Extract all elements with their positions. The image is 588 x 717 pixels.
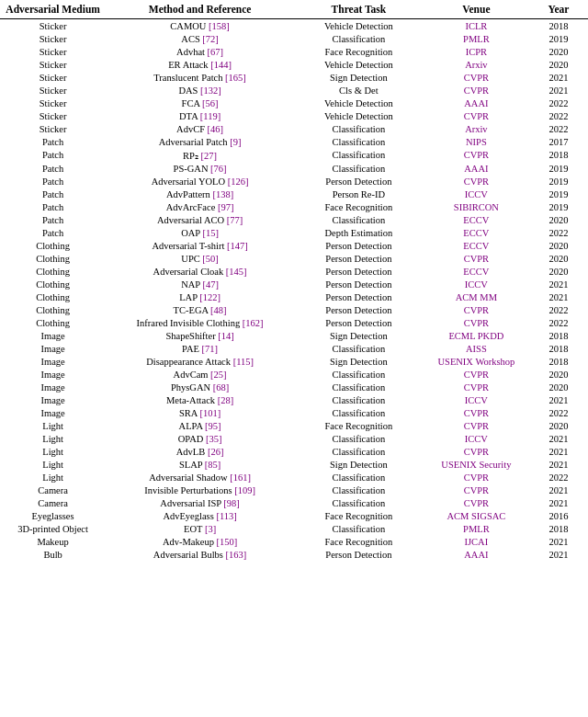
table-row: ImageMeta-Attack [28]ClassificationICCV2… <box>0 393 588 406</box>
table-row: StickerDAS [132]Cls & DetCVPR2021 <box>0 84 588 97</box>
cell-medium: Patch <box>0 148 106 162</box>
table-row: PatchAdversarial YOLO [126]Person Detect… <box>0 175 588 188</box>
cell-medium: Sticker <box>0 71 106 84</box>
cell-medium: Image <box>0 342 106 355</box>
cell-venue: CVPR <box>424 406 529 419</box>
cell-medium: Image <box>0 381 106 393</box>
cell-venue: CVPR <box>424 381 529 393</box>
cell-venue: CVPR <box>424 368 529 381</box>
cell-year: 2020 <box>529 419 588 432</box>
cell-medium: Clothing <box>0 290 106 303</box>
cell-threat: Sign Detection <box>294 329 424 342</box>
cell-venue: CVPR <box>424 316 529 329</box>
table-row: ImageAdvCam [25]ClassificationCVPR2020 <box>0 368 588 381</box>
cell-year: 2021 <box>529 458 588 471</box>
cell-threat: Vehicle Detection <box>294 97 424 109</box>
cell-method: Translucent Patch [165] <box>106 71 294 84</box>
cell-threat: Classification <box>294 496 424 509</box>
cell-year: 2021 <box>529 535 588 548</box>
table-row: ClothingAdversarial T-shirt [147]Person … <box>0 239 588 252</box>
cell-year: 2020 <box>529 368 588 381</box>
cell-method: TC-EGA [48] <box>106 303 294 316</box>
cell-year: 2019 <box>529 188 588 200</box>
table-row: StickerCAMOU [158]Vehicle DetectionICLR2… <box>0 19 588 33</box>
cell-method: SRA [101] <box>106 406 294 419</box>
cell-threat: Person Re-ID <box>294 188 424 200</box>
cell-medium: Light <box>0 471 106 484</box>
cell-threat: Person Detection <box>294 252 424 265</box>
cell-threat: Classification <box>294 32 424 45</box>
cell-threat: Person Detection <box>294 175 424 188</box>
cell-method: Adversarial ISP [98] <box>106 496 294 509</box>
cell-venue: AAAI <box>424 97 529 109</box>
cell-method: Infrared Invisible Clothing [162] <box>106 316 294 329</box>
cell-venue: CVPR <box>424 148 529 162</box>
table-row: LightAdvLB [26]ClassificationCVPR2021 <box>0 445 588 458</box>
cell-year: 2018 <box>529 522 588 535</box>
cell-threat: Classification <box>294 135 424 148</box>
cell-venue: ICLR <box>424 19 529 33</box>
cell-year: 2021 <box>529 432 588 445</box>
cell-year: 2022 <box>529 122 588 135</box>
cell-medium: Image <box>0 393 106 406</box>
cell-venue: SIBIRCON <box>424 200 529 213</box>
cell-method: Adversarial Cloak [145] <box>106 265 294 278</box>
header-year: Year <box>529 0 588 19</box>
cell-threat: Classification <box>294 445 424 458</box>
cell-medium: Clothing <box>0 252 106 265</box>
cell-medium: Sticker <box>0 58 106 71</box>
table-row: PatchAdvPattern [138]Person Re-IDICCV201… <box>0 188 588 200</box>
cell-threat: Sign Detection <box>294 355 424 368</box>
cell-method: ACS [72] <box>106 32 294 45</box>
cell-venue: ECCV <box>424 213 529 226</box>
cell-method: Adv-Makeup [150] <box>106 535 294 548</box>
cell-year: 2019 <box>529 32 588 45</box>
cell-venue: USENIX Security <box>424 458 529 471</box>
table-row: LightSLAP [85]Sign DetectionUSENIX Secur… <box>0 458 588 471</box>
table-row: StickerAdvCF [46]ClassificationArxiv2022 <box>0 122 588 135</box>
cell-method: ShapeShifter [14] <box>106 329 294 342</box>
cell-venue: CVPR <box>424 471 529 484</box>
cell-method: ALPA [95] <box>106 419 294 432</box>
table-row: PatchRP₂ [27]ClassificationCVPR2018 <box>0 148 588 162</box>
cell-method: AdvPattern [138] <box>106 188 294 200</box>
cell-year: 2022 <box>529 303 588 316</box>
cell-medium: Patch <box>0 200 106 213</box>
cell-year: 2022 <box>529 109 588 122</box>
header-venue: Venue <box>424 0 529 19</box>
cell-threat: Classification <box>294 148 424 162</box>
cell-medium: Sticker <box>0 109 106 122</box>
cell-threat: Classification <box>294 393 424 406</box>
cell-medium: Light <box>0 445 106 458</box>
cell-method: DTA [119] <box>106 109 294 122</box>
cell-year: 2020 <box>529 58 588 71</box>
cell-threat: Classification <box>294 406 424 419</box>
cell-venue: CVPR <box>424 71 529 84</box>
table-row: ClothingAdversarial Cloak [145]Person De… <box>0 265 588 278</box>
table-row: CameraAdversarial ISP [98]Classification… <box>0 496 588 509</box>
cell-medium: Clothing <box>0 316 106 329</box>
cell-year: 2018 <box>529 342 588 355</box>
table-row: StickerTranslucent Patch [165]Sign Detec… <box>0 71 588 84</box>
cell-year: 2021 <box>529 290 588 303</box>
cell-threat: Vehicle Detection <box>294 109 424 122</box>
table-row: LightOPAD [35]ClassificationICCV2021 <box>0 432 588 445</box>
cell-medium: Light <box>0 432 106 445</box>
cell-method: Invisible Perturbations [109] <box>106 484 294 496</box>
cell-threat: Face Recognition <box>294 200 424 213</box>
cell-method: AdvArcFace [97] <box>106 200 294 213</box>
cell-threat: Classification <box>294 162 424 175</box>
table-row: ImageDisappearance Attack [115]Sign Dete… <box>0 355 588 368</box>
cell-venue: CVPR <box>424 109 529 122</box>
table-row: ClothingUPC [50]Person DetectionCVPR2020 <box>0 252 588 265</box>
cell-threat: Sign Detection <box>294 71 424 84</box>
cell-threat: Person Detection <box>294 278 424 290</box>
header-threat: Threat Task <box>294 0 424 19</box>
cell-threat: Person Detection <box>294 290 424 303</box>
cell-medium: Light <box>0 419 106 432</box>
cell-medium: Image <box>0 355 106 368</box>
cell-year: 2020 <box>529 252 588 265</box>
cell-year: 2018 <box>529 329 588 342</box>
cell-method: EOT [3] <box>106 522 294 535</box>
cell-venue: ICCV <box>424 278 529 290</box>
